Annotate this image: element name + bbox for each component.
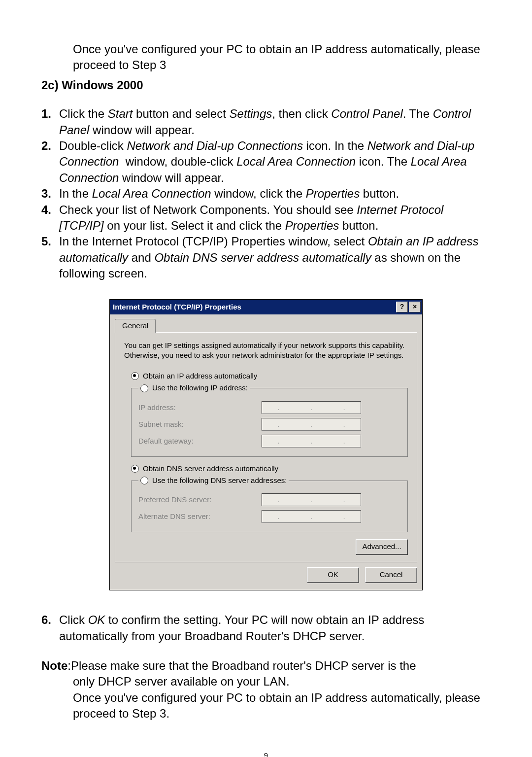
ok-button[interactable]: OK bbox=[307, 567, 359, 583]
field-alternate-dns: Alternate DNS server: ... bbox=[138, 510, 400, 523]
list-item: 2.Double-click Network and Dial-up Conne… bbox=[41, 138, 491, 186]
step-text: In the Local Area Connection window, cli… bbox=[59, 186, 491, 202]
note-rest: only DHCP server available on your LAN.O… bbox=[73, 674, 491, 722]
ordered-steps: 1.Click the Start button and select Sett… bbox=[41, 106, 491, 281]
note-label: Note bbox=[41, 659, 67, 672]
step-number: 4. bbox=[41, 202, 59, 234]
label: Subnet mask: bbox=[138, 419, 262, 429]
ip-input[interactable]: ... bbox=[262, 435, 361, 447]
list-item: 6.Click OK to confirm the setting. Your … bbox=[41, 612, 491, 644]
tab-bar: General bbox=[110, 314, 422, 332]
document-page: Once you've configured your PC to obtain… bbox=[0, 0, 532, 757]
step-text: Check your list of Network Components. Y… bbox=[59, 202, 491, 234]
radio-label: Obtain DNS server address automatically bbox=[143, 464, 278, 474]
ip-input[interactable]: ... bbox=[262, 493, 361, 506]
field-preferred-dns: Preferred DNS server: ... bbox=[138, 493, 400, 506]
page-number: 9 bbox=[41, 751, 491, 757]
step-text: Double-click Network and Dial-up Connect… bbox=[59, 138, 491, 186]
step-number: 1. bbox=[41, 106, 59, 138]
step-text: Click the Start button and select Settin… bbox=[59, 106, 491, 138]
tab-general[interactable]: General bbox=[115, 319, 156, 332]
tcpip-dialog-screenshot: Internet Protocol (TCP/IP) Properties ? … bbox=[109, 299, 423, 590]
radio-icon bbox=[140, 477, 148, 484]
step-6-block: 6.Click OK to confirm the setting. Your … bbox=[41, 612, 491, 644]
radio-icon bbox=[131, 465, 139, 473]
radio-obtain-ip[interactable]: Obtain an IP address automatically bbox=[131, 371, 408, 381]
step-number: 2. bbox=[41, 138, 59, 186]
dialog-title: Internet Protocol (TCP/IP) Properties bbox=[113, 302, 395, 312]
dialog-footer: OK Cancel bbox=[110, 567, 422, 590]
intro-paragraph: Once you've configured your PC to obtain… bbox=[73, 41, 491, 73]
cancel-button[interactable]: Cancel bbox=[365, 567, 417, 583]
radio-use-dns[interactable]: Use the following DNS server addresses: bbox=[138, 476, 289, 485]
advanced-row: Advanced... bbox=[124, 539, 408, 555]
note-line1: :Please make sure that the Broadband rou… bbox=[67, 659, 416, 672]
dialog-description: You can get IP settings assigned automat… bbox=[124, 341, 408, 361]
label: Alternate DNS server: bbox=[138, 512, 262, 521]
label: Default gateway: bbox=[138, 436, 262, 446]
list-item: 1.Click the Start button and select Sett… bbox=[41, 106, 491, 138]
step-text: Click OK to confirm the setting. Your PC… bbox=[59, 612, 491, 644]
field-ip-address: IP address: ... bbox=[138, 401, 400, 414]
dialog-titlebar: Internet Protocol (TCP/IP) Properties ? … bbox=[110, 300, 422, 314]
tab-panel-general: You can get IP settings assigned automat… bbox=[115, 332, 417, 563]
tcpip-dialog: Internet Protocol (TCP/IP) Properties ? … bbox=[109, 299, 423, 590]
ip-input[interactable]: ... bbox=[262, 510, 361, 523]
radio-use-ip[interactable]: Use the following IP address: bbox=[138, 383, 250, 393]
ip-input[interactable]: ... bbox=[262, 401, 361, 414]
field-subnet-mask: Subnet mask: ... bbox=[138, 418, 400, 431]
radio-label: Obtain an IP address automatically bbox=[143, 371, 257, 381]
close-button[interactable]: × bbox=[409, 302, 421, 312]
radio-label: Use the following DNS server addresses: bbox=[152, 476, 287, 485]
step-number: 6. bbox=[41, 612, 59, 644]
step-text: In the Internet Protocol (TCP/IP) Proper… bbox=[59, 234, 491, 281]
ip-input[interactable]: ... bbox=[262, 418, 361, 431]
step-number: 5. bbox=[41, 234, 59, 281]
field-default-gateway: Default gateway: ... bbox=[138, 435, 400, 447]
label: Preferred DNS server: bbox=[138, 495, 262, 505]
radio-icon bbox=[131, 372, 139, 380]
list-item: 5.In the Internet Protocol (TCP/IP) Prop… bbox=[41, 234, 491, 281]
section-heading: 2c) Windows 2000 bbox=[41, 77, 491, 93]
step-number: 3. bbox=[41, 186, 59, 202]
group-dns-fields: Use the following DNS server addresses: … bbox=[131, 476, 408, 532]
label: IP address: bbox=[138, 403, 262, 413]
list-item: 4.Check your list of Network Components.… bbox=[41, 202, 491, 234]
help-button[interactable]: ? bbox=[396, 302, 408, 312]
advanced-button[interactable]: Advanced... bbox=[356, 539, 408, 555]
radio-icon bbox=[140, 384, 148, 392]
list-item: 3.In the Local Area Connection window, c… bbox=[41, 186, 491, 202]
radio-label: Use the following IP address: bbox=[152, 383, 248, 393]
note-block: Note:Please make sure that the Broadband… bbox=[41, 658, 491, 722]
group-ip-fields: Use the following IP address: IP address… bbox=[131, 383, 408, 456]
radio-obtain-dns[interactable]: Obtain DNS server address automatically bbox=[131, 464, 408, 474]
